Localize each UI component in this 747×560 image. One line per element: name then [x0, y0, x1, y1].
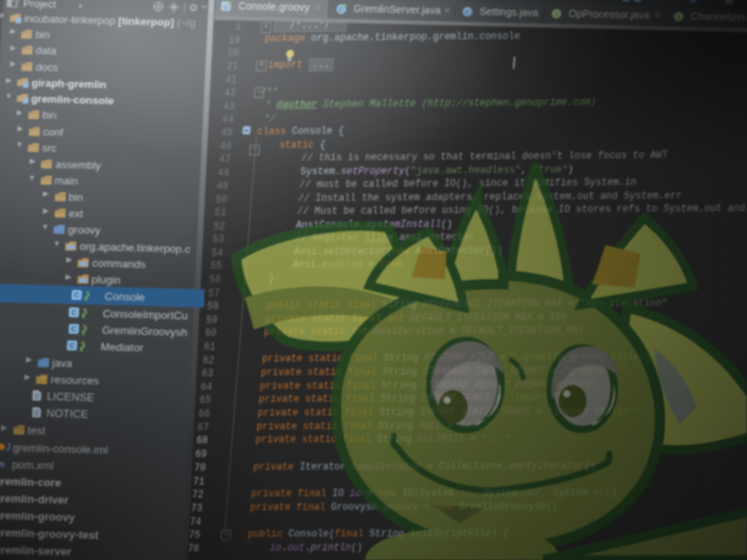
svg-text:C: C — [74, 292, 80, 300]
svg-text:C: C — [71, 324, 77, 333]
svg-text:G: G — [223, 3, 229, 11]
svg-text:C: C — [69, 341, 75, 350]
svg-text:m: m — [0, 458, 5, 469]
svg-text:C: C — [465, 8, 471, 16]
svg-text:C: C — [338, 5, 344, 13]
svg-text:C: C — [71, 308, 77, 316]
svg-text:JI: JI — [5, 441, 10, 452]
